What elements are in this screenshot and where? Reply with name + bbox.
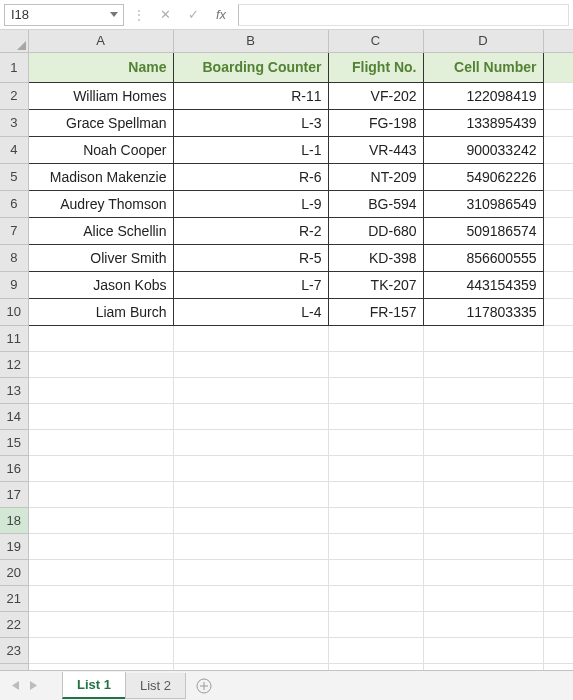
cell-empty[interactable] xyxy=(423,481,543,507)
cell-empty[interactable] xyxy=(28,481,173,507)
cell-empty[interactable] xyxy=(28,455,173,481)
cell-name[interactable]: Alice Schellin xyxy=(28,217,173,244)
cell-empty[interactable] xyxy=(28,559,173,585)
cell-name[interactable]: Oliver Smith xyxy=(28,244,173,271)
cell-empty[interactable] xyxy=(543,403,573,429)
cell-boarding[interactable]: L-9 xyxy=(173,190,328,217)
cell-empty[interactable] xyxy=(543,663,573,670)
cell-empty[interactable] xyxy=(173,481,328,507)
cell-name[interactable]: William Homes xyxy=(28,82,173,109)
cell-empty[interactable] xyxy=(543,351,573,377)
cell-empty[interactable] xyxy=(173,377,328,403)
cell-empty[interactable] xyxy=(173,637,328,663)
cell-empty[interactable] xyxy=(543,377,573,403)
cell-empty[interactable] xyxy=(423,559,543,585)
cell-empty[interactable] xyxy=(328,481,423,507)
cell-empty[interactable] xyxy=(173,351,328,377)
row-header-17[interactable]: 17 xyxy=(0,481,28,507)
tab-list-2[interactable]: List 2 xyxy=(125,673,186,699)
cell-empty[interactable] xyxy=(423,429,543,455)
cell-empty[interactable] xyxy=(543,325,573,351)
cell-empty[interactable] xyxy=(423,325,543,351)
cell-number[interactable]: 122098419 xyxy=(423,82,543,109)
header-name[interactable]: Name xyxy=(28,52,173,82)
row-header-13[interactable]: 13 xyxy=(0,377,28,403)
formula-input[interactable] xyxy=(238,4,569,26)
cell-empty[interactable] xyxy=(173,611,328,637)
cell-number[interactable]: 310986549 xyxy=(423,190,543,217)
cell-empty[interactable] xyxy=(543,217,573,244)
cell-empty[interactable] xyxy=(173,507,328,533)
cell-name[interactable]: Madison Makenzie xyxy=(28,163,173,190)
cell-boarding[interactable]: R-11 xyxy=(173,82,328,109)
cell-empty[interactable] xyxy=(543,163,573,190)
cell-number[interactable]: 117803335 xyxy=(423,298,543,325)
cell-empty[interactable] xyxy=(28,403,173,429)
col-header-D[interactable]: D xyxy=(423,30,543,52)
row-header-22[interactable]: 22 xyxy=(0,611,28,637)
cell-flight[interactable]: DD-680 xyxy=(328,217,423,244)
cancel-icon[interactable]: ✕ xyxy=(154,4,176,26)
cell-empty[interactable] xyxy=(543,637,573,663)
cell-empty[interactable] xyxy=(423,351,543,377)
col-header-next[interactable] xyxy=(543,30,573,52)
cell-empty[interactable] xyxy=(28,429,173,455)
cell-number[interactable]: 509186574 xyxy=(423,217,543,244)
cell-empty[interactable] xyxy=(423,585,543,611)
cell-empty[interactable] xyxy=(328,351,423,377)
cell-empty[interactable] xyxy=(423,403,543,429)
col-header-B[interactable]: B xyxy=(173,30,328,52)
cell-name[interactable]: Grace Spellman xyxy=(28,109,173,136)
cell-empty[interactable] xyxy=(328,455,423,481)
cell-empty[interactable] xyxy=(423,533,543,559)
fx-icon[interactable]: fx xyxy=(210,4,232,26)
row-header-14[interactable]: 14 xyxy=(0,403,28,429)
cell-boarding[interactable]: L-1 xyxy=(173,136,328,163)
cell-empty[interactable] xyxy=(28,637,173,663)
cell-empty[interactable] xyxy=(423,377,543,403)
cell-empty[interactable] xyxy=(173,663,328,670)
cell-empty[interactable] xyxy=(328,533,423,559)
cell-name[interactable]: Audrey Thomson xyxy=(28,190,173,217)
cell-empty[interactable] xyxy=(173,403,328,429)
cell-empty[interactable] xyxy=(28,533,173,559)
cell-empty[interactable] xyxy=(28,663,173,670)
cell-name[interactable]: Noah Cooper xyxy=(28,136,173,163)
cell-name[interactable]: Liam Burch xyxy=(28,298,173,325)
cell-boarding[interactable]: L-3 xyxy=(173,109,328,136)
row-header-6[interactable]: 6 xyxy=(0,190,28,217)
cell-empty[interactable] xyxy=(543,611,573,637)
tab-nav-next-icon[interactable] xyxy=(24,676,42,696)
row-header-7[interactable]: 7 xyxy=(0,217,28,244)
tab-list-1[interactable]: List 1 xyxy=(62,672,126,699)
cell-empty[interactable] xyxy=(543,559,573,585)
row-header-21[interactable]: 21 xyxy=(0,585,28,611)
cell-number[interactable]: 443154359 xyxy=(423,271,543,298)
cell-flight[interactable]: BG-594 xyxy=(328,190,423,217)
cell-number[interactable]: 856600555 xyxy=(423,244,543,271)
row-header-19[interactable]: 19 xyxy=(0,533,28,559)
name-box-dropdown-icon[interactable] xyxy=(107,8,121,22)
cell-boarding[interactable]: R-2 xyxy=(173,217,328,244)
cell-number[interactable]: 900033242 xyxy=(423,136,543,163)
row-header-24[interactable]: 24 xyxy=(0,663,28,670)
row-header-1[interactable]: 1 xyxy=(0,52,28,82)
cell-flight[interactable]: FG-198 xyxy=(328,109,423,136)
row-header-15[interactable]: 15 xyxy=(0,429,28,455)
row-header-20[interactable]: 20 xyxy=(0,559,28,585)
row-header-12[interactable]: 12 xyxy=(0,351,28,377)
row-header-4[interactable]: 4 xyxy=(0,136,28,163)
cell-empty[interactable] xyxy=(423,455,543,481)
cell-empty[interactable] xyxy=(328,507,423,533)
cell-empty[interactable] xyxy=(423,611,543,637)
cell-empty[interactable] xyxy=(28,351,173,377)
cell-empty[interactable] xyxy=(543,507,573,533)
cell-empty[interactable] xyxy=(328,559,423,585)
row-header-10[interactable]: 10 xyxy=(0,298,28,325)
row-header-2[interactable]: 2 xyxy=(0,82,28,109)
header-flight[interactable]: Flight No. xyxy=(328,52,423,82)
cell-empty[interactable] xyxy=(28,325,173,351)
cell-empty[interactable] xyxy=(543,136,573,163)
cell-empty[interactable] xyxy=(543,190,573,217)
row-header-23[interactable]: 23 xyxy=(0,637,28,663)
